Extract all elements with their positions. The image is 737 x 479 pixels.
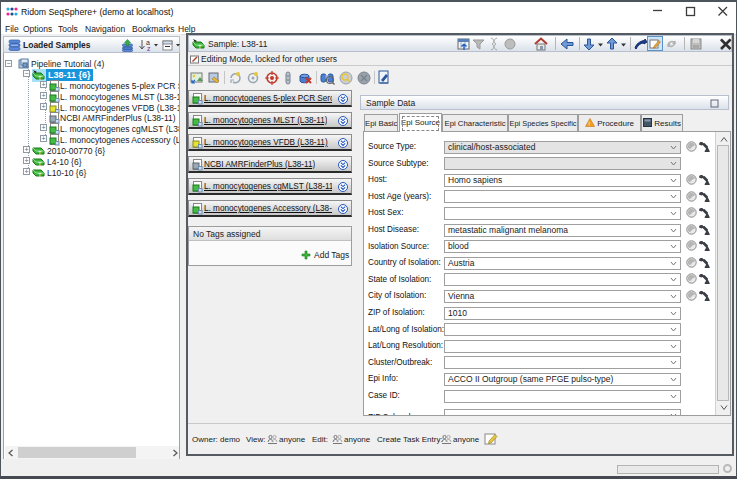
svg-text:T: T: [38, 172, 42, 178]
svg-text:T: T: [198, 44, 202, 50]
svg-text:z: z: [147, 45, 151, 52]
